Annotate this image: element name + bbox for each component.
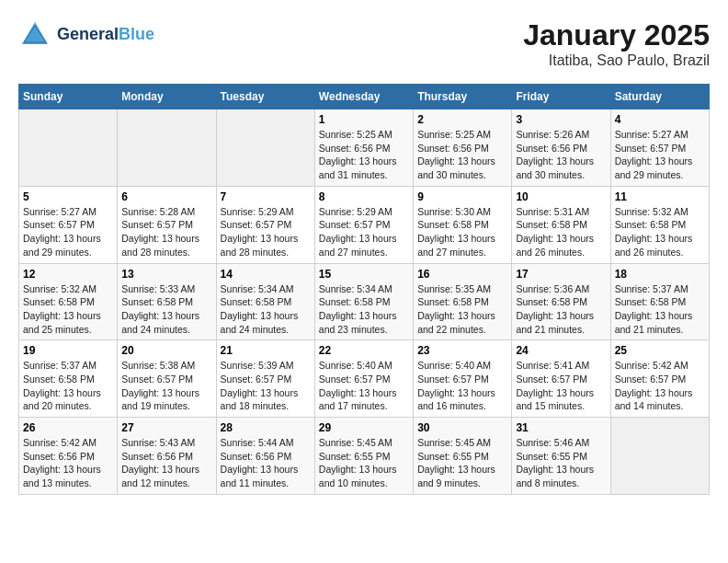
- day-number: 6: [121, 190, 211, 203]
- day-cell: 24Sunrise: 5:41 AM Sunset: 6:57 PM Dayli…: [512, 340, 610, 418]
- day-info: Sunrise: 5:26 AM Sunset: 6:56 PM Dayligh…: [516, 128, 606, 182]
- day-info: Sunrise: 5:27 AM Sunset: 6:57 PM Dayligh…: [615, 128, 705, 182]
- day-cell: 21Sunrise: 5:39 AM Sunset: 6:57 PM Dayli…: [216, 340, 314, 418]
- weekday-header-thursday: Thursday: [414, 85, 512, 109]
- day-cell: 5Sunrise: 5:27 AM Sunset: 6:57 PM Daylig…: [19, 186, 118, 263]
- day-cell: 28Sunrise: 5:44 AM Sunset: 6:56 PM Dayli…: [216, 418, 314, 495]
- day-cell: 14Sunrise: 5:34 AM Sunset: 6:58 PM Dayli…: [216, 263, 314, 340]
- day-number: 1: [319, 113, 409, 126]
- logo-text: GeneralBlue: [57, 26, 154, 44]
- logo: GeneralBlue: [18, 18, 154, 52]
- day-cell: 29Sunrise: 5:45 AM Sunset: 6:55 PM Dayli…: [314, 418, 413, 495]
- day-cell: [216, 109, 314, 187]
- day-number: 15: [319, 268, 409, 281]
- day-number: 16: [417, 268, 507, 281]
- day-number: 20: [121, 344, 211, 357]
- day-info: Sunrise: 5:39 AM Sunset: 6:57 PM Dayligh…: [221, 359, 311, 413]
- day-info: Sunrise: 5:45 AM Sunset: 6:55 PM Dayligh…: [319, 436, 409, 490]
- day-number: 7: [221, 190, 311, 203]
- day-cell: 31Sunrise: 5:46 AM Sunset: 6:55 PM Dayli…: [512, 418, 610, 495]
- day-cell: 17Sunrise: 5:36 AM Sunset: 6:58 PM Dayli…: [512, 263, 610, 340]
- calendar-subtitle: Itatiba, Sao Paulo, Brazil: [523, 52, 710, 69]
- day-cell: 25Sunrise: 5:42 AM Sunset: 6:57 PM Dayli…: [610, 340, 709, 418]
- day-number: 3: [516, 113, 606, 126]
- day-info: Sunrise: 5:32 AM Sunset: 6:58 PM Dayligh…: [23, 282, 113, 337]
- day-cell: 6Sunrise: 5:28 AM Sunset: 6:57 PM Daylig…: [118, 186, 216, 263]
- day-info: Sunrise: 5:33 AM Sunset: 6:58 PM Dayligh…: [121, 282, 211, 337]
- day-cell: 9Sunrise: 5:30 AM Sunset: 6:58 PM Daylig…: [414, 186, 512, 263]
- day-info: Sunrise: 5:36 AM Sunset: 6:58 PM Dayligh…: [516, 282, 606, 337]
- day-number: 18: [615, 268, 705, 281]
- weekday-header-wednesday: Wednesday: [314, 85, 413, 109]
- day-cell: 26Sunrise: 5:42 AM Sunset: 6:56 PM Dayli…: [19, 418, 118, 495]
- week-row-3: 12Sunrise: 5:32 AM Sunset: 6:58 PM Dayli…: [19, 263, 710, 340]
- day-info: Sunrise: 5:37 AM Sunset: 6:58 PM Dayligh…: [23, 359, 113, 413]
- day-cell: 16Sunrise: 5:35 AM Sunset: 6:58 PM Dayli…: [414, 263, 512, 340]
- weekday-header-monday: Monday: [118, 85, 216, 109]
- week-row-5: 26Sunrise: 5:42 AM Sunset: 6:56 PM Dayli…: [19, 418, 710, 495]
- day-info: Sunrise: 5:37 AM Sunset: 6:58 PM Dayligh…: [615, 282, 705, 337]
- day-number: 28: [221, 421, 311, 434]
- day-number: 31: [516, 421, 606, 434]
- weekday-header-tuesday: Tuesday: [216, 85, 314, 109]
- day-cell: 10Sunrise: 5:31 AM Sunset: 6:58 PM Dayli…: [512, 186, 610, 263]
- day-info: Sunrise: 5:35 AM Sunset: 6:58 PM Dayligh…: [417, 282, 507, 337]
- week-row-1: 1Sunrise: 5:25 AM Sunset: 6:56 PM Daylig…: [19, 109, 710, 187]
- day-cell: [610, 418, 709, 495]
- day-cell: 27Sunrise: 5:43 AM Sunset: 6:56 PM Dayli…: [118, 418, 216, 495]
- day-info: Sunrise: 5:41 AM Sunset: 6:57 PM Dayligh…: [516, 359, 606, 413]
- day-cell: 22Sunrise: 5:40 AM Sunset: 6:57 PM Dayli…: [314, 340, 413, 418]
- day-info: Sunrise: 5:28 AM Sunset: 6:57 PM Dayligh…: [121, 205, 211, 259]
- day-number: 22: [319, 344, 409, 357]
- day-number: 8: [319, 190, 409, 203]
- day-info: Sunrise: 5:30 AM Sunset: 6:58 PM Dayligh…: [417, 205, 507, 259]
- day-number: 12: [23, 268, 113, 281]
- day-number: 21: [221, 344, 311, 357]
- day-number: 17: [516, 268, 606, 281]
- day-cell: 4Sunrise: 5:27 AM Sunset: 6:57 PM Daylig…: [610, 109, 709, 187]
- weekday-header-sunday: Sunday: [19, 85, 118, 109]
- day-cell: 30Sunrise: 5:45 AM Sunset: 6:55 PM Dayli…: [414, 418, 512, 495]
- day-info: Sunrise: 5:40 AM Sunset: 6:57 PM Dayligh…: [319, 359, 409, 413]
- day-cell: 13Sunrise: 5:33 AM Sunset: 6:58 PM Dayli…: [118, 263, 216, 340]
- day-info: Sunrise: 5:44 AM Sunset: 6:56 PM Dayligh…: [221, 436, 311, 490]
- day-info: Sunrise: 5:32 AM Sunset: 6:58 PM Dayligh…: [615, 205, 705, 259]
- day-cell: 12Sunrise: 5:32 AM Sunset: 6:58 PM Dayli…: [19, 263, 118, 340]
- day-cell: 2Sunrise: 5:25 AM Sunset: 6:56 PM Daylig…: [414, 109, 512, 187]
- day-number: 30: [417, 421, 507, 434]
- day-number: 25: [615, 344, 705, 357]
- day-number: 9: [417, 190, 507, 203]
- day-info: Sunrise: 5:25 AM Sunset: 6:56 PM Dayligh…: [319, 128, 409, 182]
- day-info: Sunrise: 5:29 AM Sunset: 6:57 PM Dayligh…: [319, 205, 409, 259]
- day-info: Sunrise: 5:46 AM Sunset: 6:55 PM Dayligh…: [516, 436, 606, 490]
- day-cell: 7Sunrise: 5:29 AM Sunset: 6:57 PM Daylig…: [216, 186, 314, 263]
- day-number: 24: [516, 344, 606, 357]
- day-cell: [19, 109, 118, 187]
- day-number: 23: [417, 344, 507, 357]
- weekday-header-saturday: Saturday: [610, 85, 709, 109]
- day-info: Sunrise: 5:43 AM Sunset: 6:56 PM Dayligh…: [121, 436, 211, 490]
- weekday-header-friday: Friday: [512, 85, 610, 109]
- day-cell: 18Sunrise: 5:37 AM Sunset: 6:58 PM Dayli…: [610, 263, 709, 340]
- day-info: Sunrise: 5:45 AM Sunset: 6:55 PM Dayligh…: [417, 436, 507, 490]
- day-info: Sunrise: 5:27 AM Sunset: 6:57 PM Dayligh…: [23, 205, 113, 259]
- calendar-title: January 2025: [523, 18, 710, 52]
- calendar-table: SundayMondayTuesdayWednesdayThursdayFrid…: [18, 84, 710, 495]
- day-info: Sunrise: 5:31 AM Sunset: 6:58 PM Dayligh…: [516, 205, 606, 259]
- day-cell: 3Sunrise: 5:26 AM Sunset: 6:56 PM Daylig…: [512, 109, 610, 187]
- day-number: 11: [615, 190, 705, 203]
- day-info: Sunrise: 5:25 AM Sunset: 6:56 PM Dayligh…: [417, 128, 507, 182]
- day-info: Sunrise: 5:34 AM Sunset: 6:58 PM Dayligh…: [221, 282, 311, 337]
- week-row-4: 19Sunrise: 5:37 AM Sunset: 6:58 PM Dayli…: [19, 340, 710, 418]
- day-number: 14: [221, 268, 311, 281]
- day-cell: 8Sunrise: 5:29 AM Sunset: 6:57 PM Daylig…: [314, 186, 413, 263]
- day-number: 29: [319, 421, 409, 434]
- day-cell: [118, 109, 216, 187]
- day-number: 2: [417, 113, 507, 126]
- day-number: 4: [615, 113, 705, 126]
- logo-icon: [18, 18, 51, 52]
- day-cell: 20Sunrise: 5:38 AM Sunset: 6:57 PM Dayli…: [118, 340, 216, 418]
- day-info: Sunrise: 5:34 AM Sunset: 6:58 PM Dayligh…: [319, 282, 409, 337]
- day-info: Sunrise: 5:42 AM Sunset: 6:57 PM Dayligh…: [615, 359, 705, 413]
- day-number: 5: [23, 190, 113, 203]
